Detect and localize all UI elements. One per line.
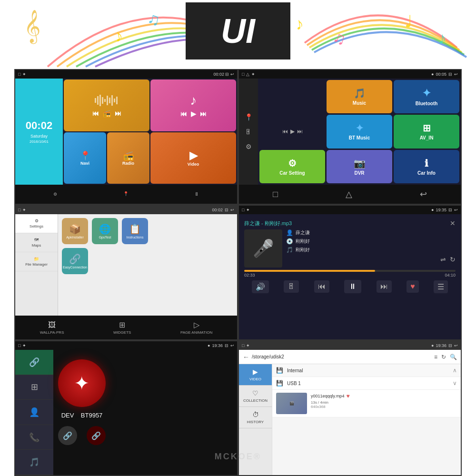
video-tile[interactable]: ▶ Video — [150, 132, 236, 184]
bt-music-icon: 🎵 — [29, 457, 40, 467]
music-play-icon[interactable]: ▶ — [191, 110, 196, 118]
bt-icon-5: ✦ — [22, 343, 26, 348]
usb1-folder[interactable]: 💾 USB 1 ∨ — [272, 377, 461, 390]
dvr-tile[interactable]: 📷 DVR — [327, 150, 392, 183]
settings-nav-btn[interactable]: ⚙ — [53, 192, 57, 197]
battery-icon-5: ⊟ — [225, 343, 228, 348]
widgets-icon: ⊞ — [119, 320, 125, 329]
sidebar-filemanager[interactable]: 📁 File Manager — [15, 252, 58, 271]
video-icon: ▶ — [189, 149, 198, 162]
heart-btn[interactable]: ♥ — [407, 280, 419, 293]
status-left-1: □ ✦ — [18, 72, 26, 77]
radio2-tile[interactable]: 📻 Radio — [107, 132, 149, 184]
wallpapers-btn[interactable]: 🖼 WALLPA-PRS — [40, 321, 64, 335]
music-tile[interactable]: ♪ ⏮ ▶ ⏭ — [150, 79, 236, 131]
equalizer-btn[interactable]: 🎚 — [284, 280, 299, 293]
nav-back-icon[interactable]: ↩ — [420, 189, 427, 199]
bt-link-btn[interactable]: 🔗 — [15, 350, 53, 375]
next-icon[interactable]: ⏭ — [115, 109, 121, 117]
progress-track[interactable] — [244, 270, 456, 272]
artist-name: 薛之谦 — [296, 229, 310, 236]
next-btn[interactable]: ⏭ — [377, 280, 392, 293]
music-player-body: 薛之谦 - 刚刚好.mp3 ✕ 🎤 👤 薛之谦 — [241, 217, 458, 296]
music-next-icon[interactable]: ⏭ — [200, 110, 207, 118]
video-category[interactable]: ▶ VIDEO — [239, 364, 272, 386]
date-display: 2016/10/01 — [30, 139, 49, 144]
btmusic-tile[interactable]: ✦ BT Music — [327, 115, 392, 148]
ui-label-box: UI — [186, 2, 290, 60]
bt-music-btn[interactable]: 🎵 — [15, 450, 53, 475]
widgets-btn[interactable]: ⊞ WIDGETS — [113, 320, 131, 335]
bluetooth-tile[interactable]: ✦ Bluetooth — [394, 80, 459, 113]
sidebar-maps[interactable]: 🗺 Maps — [15, 233, 58, 252]
time-6: 19:36 — [436, 343, 446, 348]
file-list: 💾 Internal ∧ 💾 USB 1 ∨ 🎬 — [272, 364, 461, 475]
playback-tile[interactable]: ⏮ ▶ ⏭ — [259, 115, 325, 148]
apkinstaller-icon[interactable]: 📦 ApkInstaller — [62, 218, 88, 244]
page-animation-btn[interactable]: ▷ PAGE ANIMATION — [180, 320, 212, 335]
animation-label: PAGE ANIMATION — [180, 330, 212, 335]
video-icon-sb: ▶ — [253, 368, 258, 376]
nav-alert-icon[interactable]: △ — [346, 189, 352, 199]
navi-icon: 📍 — [80, 150, 90, 161]
current-path: /storage/udisk2 — [252, 354, 432, 359]
album-name: 刚刚好 — [296, 238, 310, 245]
bt-dial-btn[interactable]: ⊞ — [15, 375, 53, 400]
sidebar-settings[interactable]: ⚙ Settings — [15, 214, 58, 233]
radio-tile[interactable]: ⏮ 📻 ⏭ — [64, 79, 149, 131]
bt-icon: ✦ — [22, 72, 26, 77]
playlist-btn[interactable]: ☰ — [434, 280, 448, 293]
heart-icon-video[interactable]: ♥ — [346, 393, 349, 399]
bt-connect-btn[interactable]: 🔗 — [58, 426, 77, 445]
close-player-btn[interactable]: ✕ — [450, 219, 456, 227]
bluetooth-logo: ✦ — [74, 372, 90, 394]
volume-btn[interactable]: 🔊 — [252, 280, 269, 293]
waveform-icon — [92, 93, 121, 108]
dot-icon-6: ● — [431, 343, 434, 348]
expand-icon-internal: ∧ — [453, 367, 457, 374]
collection-category[interactable]: ♡ COLLECTION — [239, 386, 272, 407]
screen3-content: ⚙ Settings 🗺 Maps 📁 File Manager — [15, 214, 237, 339]
carsetting-tile[interactable]: ⚙ Car Setting — [259, 150, 325, 183]
sort-icon[interactable]: ≡ — [434, 354, 437, 360]
music-app-tile[interactable]: 🎵 Music — [327, 80, 392, 113]
bt-contacts-btn[interactable]: 👤 — [15, 400, 53, 425]
playlist-icon: ☰ — [437, 283, 444, 291]
settings-icon-2[interactable]: ⚙ — [246, 143, 252, 150]
music-tile-icon: 🎵 — [354, 88, 366, 99]
prev-icon-player: ⏮ — [318, 282, 326, 290]
next-icon-player: ⏭ — [380, 282, 388, 290]
file-back-btn[interactable]: ← — [243, 353, 249, 361]
nav-home-icon[interactable]: □ — [273, 189, 278, 199]
bt-disconnect-btn[interactable]: 🔗 — [87, 426, 106, 445]
bt-sidebar: 🔗 ⊞ 👤 📞 🎵 — [15, 350, 53, 475]
status-right-1: 00:02 ⊟ ↩ — [213, 72, 234, 77]
svg-rect-0 — [95, 98, 96, 103]
device-name: BT9957 — [81, 412, 103, 419]
bt-calls-btn[interactable]: 📞 — [15, 425, 53, 450]
svg-rect-2 — [99, 95, 101, 106]
history-label-sb: HISTORY — [247, 420, 264, 424]
prev-btn[interactable]: ⏮ — [314, 280, 329, 293]
video-item-row[interactable]: 🎬 y0011eqqqly.mp4 ♥ 13s / 4min 640x368 — [272, 390, 461, 417]
instructions-icon[interactable]: 📋 Instructions — [122, 218, 148, 244]
music-prev-icon[interactable]: ⏮ — [180, 110, 187, 118]
shuffle-icon[interactable]: ⇌ — [440, 256, 446, 263]
location-icon-2[interactable]: 📍 — [245, 113, 253, 121]
location-nav-btn[interactable]: 📍 — [123, 191, 129, 197]
play-pause-btn[interactable]: ⏸ — [344, 280, 361, 293]
internal-folder[interactable]: 💾 Internal ∧ — [272, 364, 461, 377]
easyconnection-icon[interactable]: 🔗 EasyConnection — [62, 248, 88, 274]
home-bottom-bar: ⚙ 📍 🎚 — [15, 185, 237, 204]
history-category[interactable]: ⏱ HISTORY — [239, 407, 272, 428]
search-icon[interactable]: 🔍 — [450, 354, 457, 360]
refresh-icon[interactable]: ↻ — [441, 354, 446, 360]
equalizer-nav-btn[interactable]: 🎚 — [195, 192, 199, 197]
gpstest-icon[interactable]: 🌐 GpsTest — [92, 218, 118, 244]
avin-tile[interactable]: ⊞ AV_IN — [394, 115, 459, 148]
prev-icon[interactable]: ⏮ — [92, 109, 99, 117]
equalizer-icon-2[interactable]: 🎚 — [245, 128, 252, 136]
carinfo-tile[interactable]: ℹ Car Info — [394, 150, 459, 183]
repeat-icon[interactable]: ↻ — [450, 256, 456, 263]
navi-tile[interactable]: 📍 Navi — [64, 132, 106, 184]
